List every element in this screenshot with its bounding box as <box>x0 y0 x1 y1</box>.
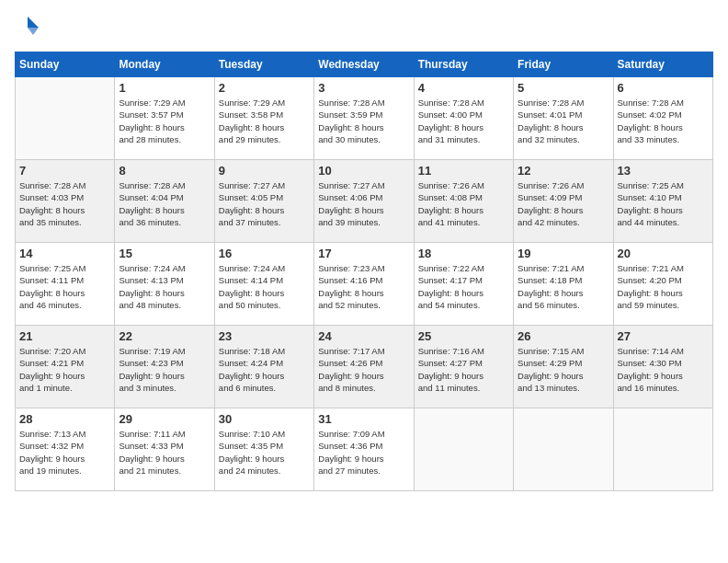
day-info: Sunrise: 7:15 AM Sunset: 4:29 PM Dayligh… <box>518 345 609 394</box>
day-number: 11 <box>418 164 509 178</box>
day-number: 18 <box>418 247 509 260</box>
weekday-header-cell: Thursday <box>414 52 513 77</box>
day-number: 25 <box>418 329 509 343</box>
calendar-day-cell: 1Sunrise: 7:29 AM Sunset: 3:57 PM Daylig… <box>115 77 214 160</box>
day-info: Sunrise: 7:28 AM Sunset: 4:03 PM Dayligh… <box>19 179 110 228</box>
calendar-day-cell: 30Sunrise: 7:10 AM Sunset: 4:35 PM Dayli… <box>214 408 313 491</box>
day-info: Sunrise: 7:28 AM Sunset: 4:02 PM Dayligh… <box>618 97 709 145</box>
calendar-day-cell: 23Sunrise: 7:18 AM Sunset: 4:24 PM Dayli… <box>214 326 313 408</box>
calendar-day-cell: 4Sunrise: 7:28 AM Sunset: 4:00 PM Daylig… <box>414 77 513 160</box>
calendar-day-cell <box>514 408 613 491</box>
calendar-day-cell <box>16 77 115 160</box>
calendar-day-cell: 19Sunrise: 7:21 AM Sunset: 4:18 PM Dayli… <box>514 243 613 326</box>
day-info: Sunrise: 7:29 AM Sunset: 3:57 PM Dayligh… <box>119 97 210 145</box>
calendar-week-row: 21Sunrise: 7:20 AM Sunset: 4:21 PM Dayli… <box>16 326 713 408</box>
day-number: 31 <box>318 412 409 426</box>
logo <box>15 15 44 40</box>
day-info: Sunrise: 7:14 AM Sunset: 4:30 PM Dayligh… <box>618 345 709 394</box>
day-number: 15 <box>119 247 210 260</box>
day-info: Sunrise: 7:11 AM Sunset: 4:33 PM Dayligh… <box>119 428 210 477</box>
calendar-day-cell: 18Sunrise: 7:22 AM Sunset: 4:17 PM Dayli… <box>414 243 513 326</box>
day-number: 7 <box>19 164 110 178</box>
calendar-day-cell: 27Sunrise: 7:14 AM Sunset: 4:30 PM Dayli… <box>613 326 712 408</box>
day-number: 14 <box>19 247 110 260</box>
day-info: Sunrise: 7:26 AM Sunset: 4:08 PM Dayligh… <box>418 179 509 228</box>
day-number: 5 <box>518 81 609 95</box>
calendar-table: SundayMondayTuesdayWednesdayThursdayFrid… <box>15 52 713 491</box>
calendar-day-cell: 24Sunrise: 7:17 AM Sunset: 4:26 PM Dayli… <box>314 326 414 408</box>
day-number: 9 <box>219 164 310 178</box>
day-info: Sunrise: 7:22 AM Sunset: 4:17 PM Dayligh… <box>418 262 509 311</box>
weekday-header-row: SundayMondayTuesdayWednesdayThursdayFrid… <box>16 52 713 77</box>
calendar-day-cell: 2Sunrise: 7:29 AM Sunset: 3:58 PM Daylig… <box>214 77 313 160</box>
calendar-day-cell: 20Sunrise: 7:21 AM Sunset: 4:20 PM Dayli… <box>613 243 712 326</box>
day-number: 6 <box>618 81 709 95</box>
calendar-week-row: 28Sunrise: 7:13 AM Sunset: 4:32 PM Dayli… <box>16 408 713 491</box>
day-info: Sunrise: 7:10 AM Sunset: 4:35 PM Dayligh… <box>219 428 310 477</box>
calendar-day-cell: 26Sunrise: 7:15 AM Sunset: 4:29 PM Dayli… <box>514 326 613 408</box>
calendar-day-cell: 6Sunrise: 7:28 AM Sunset: 4:02 PM Daylig… <box>613 77 712 160</box>
weekday-header-cell: Tuesday <box>214 52 313 77</box>
day-info: Sunrise: 7:17 AM Sunset: 4:26 PM Dayligh… <box>318 345 409 394</box>
calendar-day-cell <box>613 408 712 491</box>
svg-marker-0 <box>28 17 39 28</box>
day-info: Sunrise: 7:21 AM Sunset: 4:20 PM Dayligh… <box>618 262 709 311</box>
day-number: 23 <box>219 329 310 343</box>
calendar-day-cell: 12Sunrise: 7:26 AM Sunset: 4:09 PM Dayli… <box>514 160 613 243</box>
logo-icon <box>15 15 40 40</box>
day-number: 13 <box>618 164 709 178</box>
header <box>15 15 713 40</box>
calendar-week-row: 1Sunrise: 7:29 AM Sunset: 3:57 PM Daylig… <box>16 77 713 160</box>
day-info: Sunrise: 7:21 AM Sunset: 4:18 PM Dayligh… <box>518 262 609 311</box>
calendar-day-cell: 14Sunrise: 7:25 AM Sunset: 4:11 PM Dayli… <box>16 243 115 326</box>
day-number: 22 <box>119 329 210 343</box>
day-number: 21 <box>19 329 110 343</box>
calendar-day-cell: 5Sunrise: 7:28 AM Sunset: 4:01 PM Daylig… <box>514 77 613 160</box>
day-info: Sunrise: 7:18 AM Sunset: 4:24 PM Dayligh… <box>219 345 310 394</box>
day-info: Sunrise: 7:28 AM Sunset: 4:01 PM Dayligh… <box>518 97 609 145</box>
calendar-day-cell: 29Sunrise: 7:11 AM Sunset: 4:33 PM Dayli… <box>115 408 214 491</box>
calendar-day-cell: 11Sunrise: 7:26 AM Sunset: 4:08 PM Dayli… <box>414 160 513 243</box>
day-info: Sunrise: 7:13 AM Sunset: 4:32 PM Dayligh… <box>19 428 110 477</box>
day-number: 8 <box>119 164 210 178</box>
calendar-day-cell: 15Sunrise: 7:24 AM Sunset: 4:13 PM Dayli… <box>115 243 214 326</box>
svg-marker-1 <box>28 28 39 35</box>
day-number: 24 <box>318 329 409 343</box>
day-number: 29 <box>119 412 210 426</box>
day-info: Sunrise: 7:25 AM Sunset: 4:10 PM Dayligh… <box>618 179 709 228</box>
day-number: 3 <box>318 81 409 95</box>
day-info: Sunrise: 7:25 AM Sunset: 4:11 PM Dayligh… <box>19 262 110 311</box>
day-info: Sunrise: 7:19 AM Sunset: 4:23 PM Dayligh… <box>119 345 210 394</box>
day-number: 30 <box>219 412 310 426</box>
day-number: 10 <box>318 164 409 178</box>
calendar-week-row: 7Sunrise: 7:28 AM Sunset: 4:03 PM Daylig… <box>16 160 713 243</box>
day-info: Sunrise: 7:09 AM Sunset: 4:36 PM Dayligh… <box>318 428 409 477</box>
day-info: Sunrise: 7:26 AM Sunset: 4:09 PM Dayligh… <box>518 179 609 228</box>
calendar-day-cell: 28Sunrise: 7:13 AM Sunset: 4:32 PM Dayli… <box>16 408 115 491</box>
day-info: Sunrise: 7:29 AM Sunset: 3:58 PM Dayligh… <box>219 97 310 145</box>
calendar-day-cell: 8Sunrise: 7:28 AM Sunset: 4:04 PM Daylig… <box>115 160 214 243</box>
day-info: Sunrise: 7:27 AM Sunset: 4:06 PM Dayligh… <box>318 179 409 228</box>
calendar-day-cell: 10Sunrise: 7:27 AM Sunset: 4:06 PM Dayli… <box>314 160 414 243</box>
day-info: Sunrise: 7:20 AM Sunset: 4:21 PM Dayligh… <box>19 345 110 394</box>
day-number: 1 <box>119 81 210 95</box>
calendar-day-cell: 17Sunrise: 7:23 AM Sunset: 4:16 PM Dayli… <box>314 243 414 326</box>
calendar-day-cell: 13Sunrise: 7:25 AM Sunset: 4:10 PM Dayli… <box>613 160 712 243</box>
calendar-week-row: 14Sunrise: 7:25 AM Sunset: 4:11 PM Dayli… <box>16 243 713 326</box>
calendar-day-cell: 25Sunrise: 7:16 AM Sunset: 4:27 PM Dayli… <box>414 326 513 408</box>
day-number: 19 <box>518 247 609 260</box>
calendar-day-cell: 3Sunrise: 7:28 AM Sunset: 3:59 PM Daylig… <box>314 77 414 160</box>
calendar-day-cell: 16Sunrise: 7:24 AM Sunset: 4:14 PM Dayli… <box>214 243 313 326</box>
day-number: 17 <box>318 247 409 260</box>
weekday-header-cell: Sunday <box>16 52 115 77</box>
day-info: Sunrise: 7:28 AM Sunset: 3:59 PM Dayligh… <box>318 97 409 145</box>
weekday-header-cell: Saturday <box>613 52 712 77</box>
day-info: Sunrise: 7:24 AM Sunset: 4:14 PM Dayligh… <box>219 262 310 311</box>
day-info: Sunrise: 7:28 AM Sunset: 4:00 PM Dayligh… <box>418 97 509 145</box>
weekday-header-cell: Monday <box>115 52 214 77</box>
day-number: 16 <box>219 247 310 260</box>
day-number: 12 <box>518 164 609 178</box>
day-number: 4 <box>418 81 509 95</box>
calendar-day-cell: 7Sunrise: 7:28 AM Sunset: 4:03 PM Daylig… <box>16 160 115 243</box>
day-info: Sunrise: 7:24 AM Sunset: 4:13 PM Dayligh… <box>119 262 210 311</box>
